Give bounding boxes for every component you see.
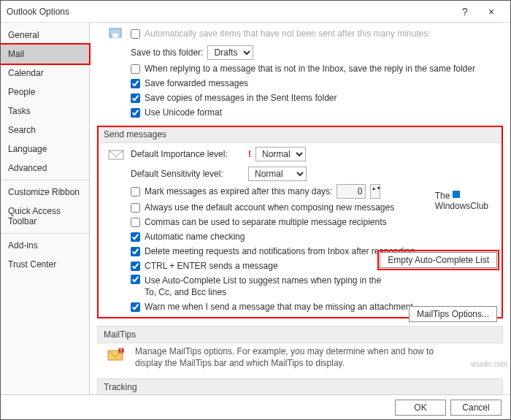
truncated-row: Automatically save items that have not b… (97, 23, 503, 44)
sidebar-separator (1, 233, 89, 234)
watermark-line2: WindowsClub (435, 201, 488, 211)
autocomplete-checkbox[interactable] (131, 275, 140, 284)
sidebar-item-quick-access[interactable]: Quick Access Toolbar (1, 202, 89, 231)
importance-label: Default Importance level: (131, 148, 244, 160)
sidebar-item-advanced[interactable]: Advanced (1, 159, 89, 177)
mailtips-header: MailTips (97, 326, 503, 343)
tracking-header: Tracking (97, 378, 503, 394)
category-sidebar: General Mail Calendar People Tasks Searc… (1, 23, 90, 394)
save-copies-label: Save copies of messages in the Sent Item… (145, 92, 337, 104)
sidebar-item-customize-ribbon[interactable]: Customize Ribbon (1, 183, 89, 202)
unicode-label: Use Unicode format (145, 107, 222, 118)
spinner-icon[interactable]: ▲▼ (370, 184, 380, 199)
reply-same-folder-checkbox[interactable] (131, 64, 140, 74)
cancel-button[interactable]: Cancel (450, 400, 502, 416)
save-folder-row: Save to this folder: Drafts (97, 44, 503, 61)
commas-label: Commas can be used to separate multiple … (145, 216, 387, 228)
sensitivity-row: Default Sensitivity level: Normal (97, 165, 503, 183)
help-button[interactable]: ? (452, 6, 478, 18)
outlook-options-window: Outlook Options ? × General Mail Calenda… (0, 0, 511, 420)
sidebar-item-people[interactable]: People (1, 83, 89, 102)
sensitivity-select[interactable]: Normal (248, 167, 307, 181)
delete-meeting-checkbox[interactable] (131, 247, 140, 256)
ok-button[interactable]: OK (395, 400, 446, 416)
commas-row: Commas can be used to separate multiple … (97, 215, 503, 229)
reply-same-folder-label: When replying to a message that is not i… (145, 63, 475, 75)
sensitivity-label: Default Sensitivity level: (131, 168, 244, 180)
mailtips-row: ! Manage MailTips options. For example, … (97, 343, 503, 371)
truncated-label: Automatically save items that have not b… (145, 28, 431, 39)
window-title: Outlook Options (7, 7, 452, 17)
expire-checkbox[interactable] (131, 187, 140, 196)
save-forwarded-checkbox[interactable] (131, 79, 140, 88)
importance-bang-icon: ! (248, 148, 251, 160)
autosave-checkbox[interactable] (131, 29, 140, 39)
mailtips-desc: Manage MailTips options. For example, yo… (131, 345, 452, 369)
sidebar-item-mail[interactable]: Mail (1, 45, 89, 64)
watermark-line1: The (435, 191, 450, 201)
save-icon (106, 25, 126, 42)
save-folder-label: Save to this folder: (131, 47, 203, 58)
empty-autocomplete-button[interactable]: Empty Auto-Complete List (380, 252, 497, 268)
svg-rect-1 (112, 34, 118, 37)
reply-same-folder-row: When replying to a message that is not i… (97, 61, 503, 76)
importance-select[interactable]: Normal (256, 147, 306, 161)
default-account-checkbox[interactable] (131, 203, 140, 213)
dialog-footer: OK Cancel (1, 394, 510, 419)
warn-attach-checkbox[interactable] (131, 302, 140, 312)
send-messages-header: Send messages (97, 126, 503, 143)
sidebar-item-language[interactable]: Language (1, 140, 89, 159)
save-copies-checkbox[interactable] (131, 93, 140, 103)
auto-name-row: Automatic name checking (97, 229, 503, 244)
save-forwarded-row: Save forwarded messages (97, 76, 503, 91)
default-account-label: Always use the default account when comp… (145, 202, 394, 213)
corner-watermark: wsxdn.com (471, 360, 507, 368)
close-button[interactable]: × (478, 6, 504, 18)
envelope-icon (106, 145, 126, 163)
autocomplete-label: Use Auto-Complete List to suggest names … (145, 275, 385, 298)
titlebar: Outlook Options ? × (1, 1, 510, 23)
expire-days-input[interactable] (337, 184, 366, 199)
ctrl-enter-label: CTRL + ENTER sends a message (145, 260, 278, 272)
watermark: The WindowsClub (435, 191, 488, 211)
sidebar-separator (1, 180, 89, 180)
sidebar-item-search[interactable]: Search (1, 121, 89, 140)
auto-name-checkbox[interactable] (131, 232, 140, 242)
ctrl-enter-checkbox[interactable] (131, 261, 140, 271)
autocomplete-row: Use Auto-Complete List to suggest names … (97, 273, 503, 299)
importance-row: Default Importance level: ! Normal (97, 143, 503, 165)
mailtips-icon: ! (106, 345, 126, 363)
unicode-checkbox[interactable] (131, 108, 140, 118)
commas-checkbox[interactable] (131, 218, 140, 227)
save-folder-select[interactable]: Drafts (207, 45, 253, 60)
delete-meeting-label: Delete meeting requests and notification… (145, 245, 415, 257)
sidebar-item-tasks[interactable]: Tasks (1, 102, 89, 121)
sidebar-item-calendar[interactable]: Calendar (1, 64, 89, 83)
options-content[interactable]: Automatically save items that have not b… (90, 23, 510, 394)
save-copies-row: Save copies of messages in the Sent Item… (97, 91, 503, 105)
watermark-square-icon (453, 191, 460, 198)
svg-text:!: ! (120, 347, 122, 355)
sidebar-item-trust-center[interactable]: Trust Center (1, 255, 89, 274)
warn-attach-label: Warn me when I send a message that may b… (145, 301, 413, 313)
save-forwarded-label: Save forwarded messages (145, 77, 248, 89)
unicode-row: Use Unicode format (97, 105, 503, 120)
dialog-body: General Mail Calendar People Tasks Searc… (1, 23, 510, 394)
send-messages-highlight: Send messages Default Importance level: … (97, 126, 503, 318)
sidebar-item-addins[interactable]: Add-ins (1, 236, 89, 255)
auto-name-label: Automatic name checking (145, 231, 245, 243)
expire-label: Mark messages as expired after this many… (145, 186, 332, 197)
mailtips-options-button[interactable]: MailTips Options... (409, 306, 497, 322)
sidebar-item-general[interactable]: General (1, 26, 89, 45)
